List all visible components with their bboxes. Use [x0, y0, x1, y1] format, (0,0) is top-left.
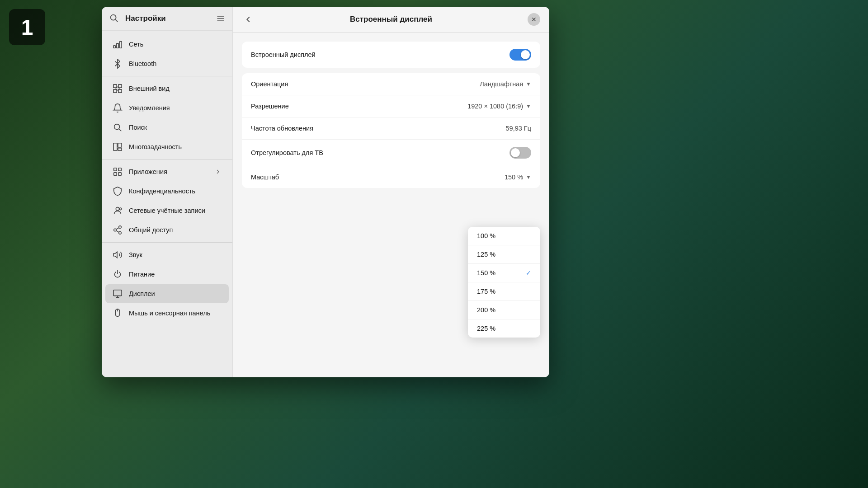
- resolution-value[interactable]: 868 × 488 (16:9) ▼: [467, 103, 531, 110]
- settings-window: Настройки Сеть: [102, 7, 549, 377]
- sidebar-item-appearance[interactable]: Внешний вид: [105, 79, 229, 98]
- sidebar-item-power[interactable]: Питание: [105, 265, 229, 284]
- refresh-rate-value: 59,93 Гц: [506, 125, 531, 132]
- sidebar-item-network-label: Сеть: [129, 41, 143, 48]
- sidebar-item-sound[interactable]: Звук: [105, 245, 229, 264]
- display-toggle-card: Встроенный дисплей: [242, 42, 540, 68]
- sidebar: Настройки Сеть: [102, 7, 233, 377]
- sharing-icon: [113, 225, 123, 235]
- resolution-row: Разрешение 868 × 488 (16:9) ▼: [242, 95, 540, 117]
- displays-icon: [113, 289, 123, 299]
- svg-rect-16: [118, 143, 122, 147]
- svg-line-1: [115, 19, 118, 22]
- main-header: Встроенный дисплей ✕: [233, 7, 549, 33]
- sidebar-item-sharing[interactable]: Общий доступ: [105, 221, 229, 239]
- orientation-dropdown-arrow: ▼: [526, 81, 531, 87]
- scale-option-100[interactable]: 100 %: [468, 227, 540, 245]
- scale-label: Масштаб: [251, 174, 505, 181]
- scale-value[interactable]: 150 % ▼: [505, 174, 531, 181]
- scale-dropdown-arrow: ▼: [526, 174, 531, 180]
- svg-line-27: [116, 230, 119, 232]
- mouse-icon: [113, 308, 123, 318]
- svg-point-26: [119, 232, 122, 235]
- search-nav-icon: [113, 122, 123, 132]
- close-button[interactable]: ✕: [528, 13, 540, 26]
- display-settings-card: Ориентация Ландшафтная ▼ Разрешение 1920…: [242, 73, 540, 188]
- sidebar-header: Настройки: [102, 7, 232, 31]
- refresh-rate-row: Частота обновления 59,93 Гц: [242, 117, 540, 140]
- panel-title: Встроенный дисплей: [260, 15, 522, 24]
- sidebar-item-mouse-label: Мышь и сенсорная панель: [129, 310, 210, 317]
- svg-rect-17: [118, 148, 122, 151]
- accounts-icon: [113, 206, 123, 216]
- svg-rect-20: [114, 173, 117, 175]
- svg-line-28: [116, 228, 119, 230]
- scale-option-125[interactable]: 125 %: [468, 245, 540, 264]
- sidebar-item-apps-label: Приложения: [129, 168, 167, 175]
- svg-rect-5: [113, 46, 116, 48]
- main-content: Встроенный дисплей ✕ Встроенный дисплей …: [233, 7, 549, 377]
- sidebar-item-accounts[interactable]: Сетевые учётные записи: [105, 201, 229, 220]
- svg-point-25: [114, 229, 117, 231]
- display-toggle-thumb: [521, 50, 530, 59]
- sidebar-item-network[interactable]: Сеть: [105, 35, 229, 54]
- svg-rect-7: [120, 42, 122, 48]
- scale-option-200[interactable]: 200 %: [468, 301, 540, 319]
- sidebar-title: Настройки: [125, 14, 166, 23]
- orientation-row: Ориентация Ландшафтная ▼: [242, 73, 540, 95]
- sidebar-item-appearance-label: Внешний вид: [129, 85, 170, 92]
- sidebar-item-sound-label: Звук: [129, 251, 142, 258]
- nav-divider-3: [102, 242, 232, 243]
- back-button[interactable]: [242, 13, 255, 26]
- scale-row: Масштаб 150 % ▼: [242, 166, 540, 188]
- tv-mode-row: Отрегулировать для ТВ: [242, 140, 540, 166]
- svg-rect-19: [118, 168, 121, 171]
- sidebar-nav: Сеть Bluetooth: [102, 31, 232, 377]
- sidebar-item-accounts-label: Сетевые учётные записи: [129, 207, 205, 214]
- resolution-label: Разрешение: [251, 103, 467, 110]
- network-icon: [113, 39, 123, 49]
- tv-mode-label: Отрегулировать для ТВ: [251, 149, 509, 156]
- scale-dropdown-menu: 100 % 125 % 150 % ✓ 175 % 200 % 225 %: [468, 227, 540, 338]
- multitasking-icon: [113, 142, 123, 152]
- sidebar-item-mouse[interactable]: Мышь и сенсорная панель: [105, 304, 229, 323]
- apps-icon: [113, 167, 123, 177]
- menu-icon[interactable]: [216, 14, 225, 23]
- apps-arrow-icon: [214, 168, 222, 175]
- scale-option-225[interactable]: 225 %: [468, 319, 540, 338]
- svg-rect-21: [118, 173, 121, 175]
- sidebar-item-apps[interactable]: Приложения: [105, 162, 229, 181]
- svg-point-24: [119, 226, 122, 229]
- sound-icon: [113, 250, 123, 260]
- sidebar-item-search-label: Поиск: [129, 124, 147, 131]
- sidebar-item-notifications[interactable]: Уведомления: [105, 99, 229, 117]
- sidebar-item-power-label: Питание: [129, 271, 155, 278]
- sidebar-item-notifications-label: Уведомления: [129, 104, 170, 112]
- sidebar-item-bluetooth[interactable]: Bluetooth: [105, 54, 229, 73]
- scale-option-175[interactable]: 175 %: [468, 282, 540, 301]
- sidebar-item-search[interactable]: Поиск: [105, 118, 229, 137]
- selected-checkmark-icon: ✓: [526, 269, 531, 277]
- svg-rect-18: [114, 168, 117, 171]
- sidebar-item-privacy-label: Конфиденциальность: [129, 188, 195, 195]
- svg-point-0: [111, 15, 116, 20]
- orientation-label: Ориентация: [251, 80, 480, 88]
- content-area: Встроенный дисплей Ориентация Ландшафтна…: [233, 33, 549, 377]
- orientation-value[interactable]: Ландшафтная ▼: [480, 80, 531, 88]
- tv-mode-toggle[interactable]: [509, 147, 531, 159]
- svg-rect-31: [113, 290, 122, 296]
- sidebar-item-bluetooth-label: Bluetooth: [129, 60, 156, 67]
- sidebar-item-multitasking[interactable]: Многозадачность: [105, 137, 229, 156]
- sidebar-item-sharing-label: Общий доступ: [129, 226, 173, 234]
- sidebar-item-privacy[interactable]: Конфиденциальность: [105, 182, 229, 201]
- sidebar-item-displays[interactable]: Дисплеи: [105, 284, 229, 303]
- privacy-icon: [113, 186, 123, 196]
- scale-option-150[interactable]: 150 % ✓: [468, 264, 540, 282]
- search-icon[interactable]: [109, 13, 120, 24]
- appearance-icon: [113, 84, 123, 94]
- sidebar-item-multitasking-label: Многозадачность: [129, 143, 182, 150]
- svg-rect-6: [117, 43, 119, 48]
- power-icon: [113, 269, 123, 279]
- display-toggle[interactable]: [509, 49, 531, 61]
- bluetooth-icon: [113, 59, 123, 69]
